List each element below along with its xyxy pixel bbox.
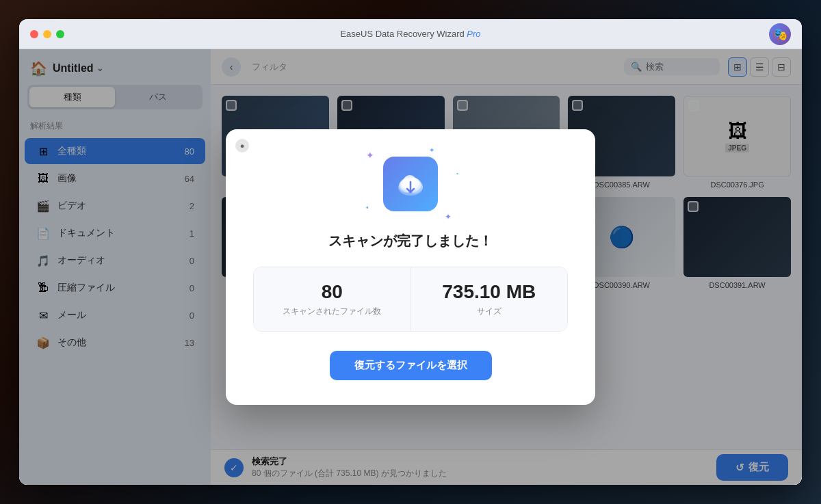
maximize-button[interactable]: [56, 30, 64, 38]
sparkle-icon: ✦: [445, 212, 452, 222]
stat-files-value: 80: [268, 281, 397, 303]
cloud-icon: [383, 157, 438, 211]
modal-close-button[interactable]: ●: [235, 139, 249, 152]
minimize-button[interactable]: [43, 30, 51, 38]
sparkle-icon: ✦: [429, 146, 434, 154]
stat-files-label: スキャンされたファイル数: [268, 306, 397, 317]
app-title: EaseUS Data Recovery Wizard Pro: [340, 29, 480, 39]
modal-overlay: ● ✦ ✦ ✦ • •: [19, 49, 802, 485]
modal-stats: 80 スキャンされたファイル数 735.10 MB サイズ: [253, 267, 568, 332]
traffic-lights: [30, 30, 64, 38]
modal-title: スキャンが完了しました！: [253, 232, 568, 250]
stat-files: 80 スキャンされたファイル数: [254, 267, 411, 331]
select-files-button[interactable]: 復元するファイルを選択: [330, 351, 492, 380]
sparkle-icon: •: [456, 170, 458, 176]
stat-size: 735.10 MB サイズ: [411, 267, 568, 331]
app-window: EaseUS Data Recovery Wizard Pro 🎭 🏠 Unti…: [19, 19, 802, 485]
sparkle-icon: •: [366, 204, 369, 211]
modal-icon-container: ✦ ✦ ✦ • •: [380, 157, 441, 218]
scan-complete-modal: ● ✦ ✦ ✦ • •: [226, 129, 595, 405]
stat-size-value: 735.10 MB: [425, 281, 554, 303]
avatar[interactable]: 🎭: [769, 23, 791, 45]
sparkle-icon: ✦: [366, 150, 374, 161]
close-button[interactable]: [30, 30, 38, 38]
title-bar: EaseUS Data Recovery Wizard Pro 🎭: [19, 19, 802, 49]
stat-size-label: サイズ: [425, 306, 554, 317]
